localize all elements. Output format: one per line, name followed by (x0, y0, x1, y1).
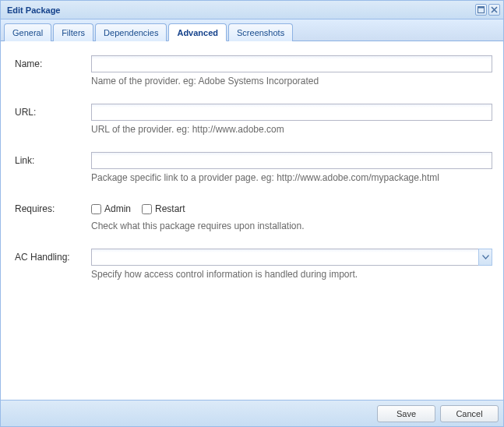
maximize-button[interactable] (475, 4, 487, 16)
footer: Save Cancel (1, 400, 503, 426)
row-ac-handling: AC Handling: Specify how access control … (15, 249, 492, 280)
save-button[interactable]: Save (377, 405, 435, 422)
edit-package-window: Edit Package General Filters Dependencie… (0, 0, 504, 427)
row-name: Name: Name of the provider. eg: Adobe Sy… (15, 55, 492, 86)
help-requires: Check what this package requires upon in… (91, 221, 492, 231)
ac-handling-input[interactable] (91, 249, 478, 266)
tab-filters[interactable]: Filters (53, 23, 93, 41)
requires-checkboxes: Admin Restart (91, 200, 492, 217)
tab-label: General (12, 28, 43, 37)
close-button[interactable] (488, 4, 500, 16)
row-url: URL: URL of the provider. eg: http://www… (15, 104, 492, 135)
label-ac-handling: AC Handling: (15, 249, 91, 280)
checkbox-admin[interactable] (91, 204, 101, 214)
checkbox-restart-label: Restart (155, 203, 185, 214)
tab-label: Filters (62, 28, 85, 37)
tab-screenshots[interactable]: Screenshots (228, 23, 293, 41)
tab-label: Screenshots (237, 28, 284, 37)
checkbox-restart[interactable] (142, 204, 152, 214)
url-input[interactable] (91, 104, 492, 121)
save-button-label: Save (397, 409, 416, 418)
link-input[interactable] (91, 152, 492, 169)
name-input[interactable] (91, 55, 492, 72)
ac-handling-combo[interactable] (91, 249, 492, 266)
titlebar: Edit Package (1, 1, 503, 19)
checkbox-admin-label: Admin (104, 203, 131, 214)
help-url: URL of the provider. eg: http://www.adob… (91, 124, 492, 135)
close-icon (491, 6, 498, 13)
chevron-down-icon (482, 255, 489, 259)
tabstrip: General Filters Dependencies Advanced Sc… (1, 19, 503, 41)
cancel-button[interactable]: Cancel (440, 405, 499, 422)
tab-dependencies[interactable]: Dependencies (95, 23, 167, 41)
label-requires: Requires: (15, 200, 91, 231)
help-link: Package specific link to a provider page… (91, 172, 492, 183)
window-title: Edit Package (7, 5, 475, 15)
label-url: URL: (15, 104, 91, 135)
form-content: Name: Name of the provider. eg: Adobe Sy… (1, 41, 503, 400)
label-name: Name: (15, 55, 91, 86)
help-ac-handling: Specify how access control information i… (91, 269, 492, 280)
maximize-icon (478, 6, 485, 13)
checkbox-restart-wrap[interactable]: Restart (142, 203, 185, 214)
tab-label: Dependencies (104, 28, 158, 37)
help-name: Name of the provider. eg: Adobe Systems … (91, 76, 492, 86)
titlebar-buttons (475, 4, 500, 16)
row-link: Link: Package specific link to a provide… (15, 152, 492, 183)
label-link: Link: (15, 152, 91, 183)
tab-advanced[interactable]: Advanced (168, 23, 227, 41)
checkbox-admin-wrap[interactable]: Admin (91, 203, 131, 214)
tab-general[interactable]: General (4, 23, 51, 41)
svg-rect-1 (478, 7, 485, 9)
ac-handling-trigger[interactable] (478, 249, 492, 266)
row-requires: Requires: Admin Restart Check what this … (15, 200, 492, 231)
cancel-button-label: Cancel (456, 409, 482, 418)
tab-label: Advanced (177, 28, 218, 37)
